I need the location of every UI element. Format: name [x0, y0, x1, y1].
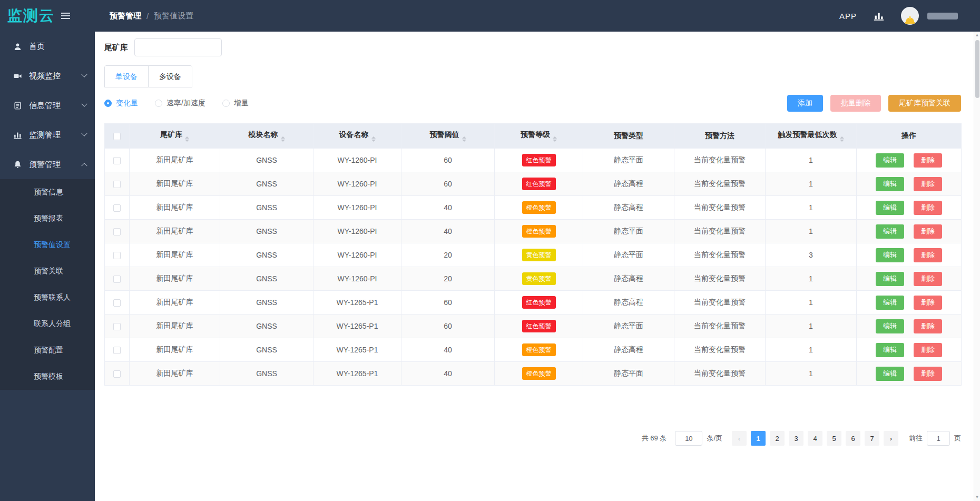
submenu-item-1[interactable]: 预警报表 — [0, 205, 95, 232]
column-header-0[interactable]: 尾矿库 — [130, 124, 220, 149]
row-checkbox[interactable] — [113, 252, 121, 259]
radio-option-2[interactable]: 增量 — [222, 99, 249, 108]
cell-level: 红色预警 — [495, 149, 583, 172]
row-checkbox[interactable] — [113, 370, 121, 378]
menu-toggle-icon[interactable] — [61, 13, 70, 19]
add-button[interactable]: 添加 — [787, 95, 823, 112]
app-link[interactable]: APP — [839, 12, 857, 21]
row-checkbox[interactable] — [113, 157, 121, 164]
page-button-3[interactable]: 3 — [789, 431, 803, 446]
edit-button[interactable]: 编辑 — [876, 248, 904, 262]
submenu-item-6[interactable]: 预警配置 — [0, 337, 95, 364]
edit-button[interactable]: 编辑 — [876, 201, 904, 215]
cell-module: GNSS — [220, 267, 313, 291]
sidebar-item-2[interactable]: 信息管理 — [0, 91, 95, 120]
select-all-checkbox[interactable] — [113, 133, 121, 140]
page-button-4[interactable]: 4 — [808, 431, 822, 446]
tailings-filter-input[interactable] — [134, 38, 222, 56]
main-content: 尾矿库 单设备多设备 变化量 速率/加速度 增量 添加 批量删除 尾矿库预警关联 — [95, 32, 974, 501]
cell-device: WY-1260-PI — [313, 172, 401, 196]
sidebar-item-3[interactable]: 监测管理 — [0, 120, 95, 150]
sidebar-item-4[interactable]: 预警管理 — [0, 150, 95, 179]
column-header-7[interactable]: 触发预警最低次数 — [766, 124, 857, 149]
sort-caret-icon[interactable] — [840, 136, 844, 142]
batch-delete-button[interactable]: 批量删除 — [830, 95, 881, 112]
delete-button[interactable]: 删除 — [914, 319, 942, 333]
column-header-2[interactable]: 设备名称 — [313, 124, 401, 149]
edit-button[interactable]: 编辑 — [876, 343, 904, 357]
sort-caret-icon[interactable] — [185, 136, 189, 142]
cell-type: 静态高程 — [583, 338, 674, 362]
row-checkbox[interactable] — [113, 181, 121, 188]
row-checkbox[interactable] — [113, 347, 121, 354]
prev-page-button[interactable]: ‹ — [732, 431, 747, 446]
edit-button[interactable]: 编辑 — [876, 153, 904, 168]
cell-actions: 编辑 删除 — [857, 172, 962, 196]
row-checkbox[interactable] — [113, 204, 121, 212]
delete-button[interactable]: 删除 — [914, 367, 942, 381]
delete-button[interactable]: 删除 — [914, 201, 942, 215]
tailings-filter-label: 尾矿库 — [104, 43, 128, 53]
submenu-item-5[interactable]: 联系人分组 — [0, 311, 95, 337]
sidebar-item-1[interactable]: 视频监控 — [0, 61, 95, 91]
sidebar-item-0[interactable]: 首页 — [0, 32, 95, 61]
table-row: 新田尾矿库 GNSS WY-1265-P1 60 红色预警 静态平面 当前变化量… — [105, 315, 962, 338]
page-size-select[interactable]: 10 — [675, 431, 702, 446]
username-redacted[interactable] — [927, 13, 958, 19]
edit-button[interactable]: 编辑 — [876, 224, 904, 239]
edit-button[interactable]: 编辑 — [876, 367, 904, 381]
edit-button[interactable]: 编辑 — [876, 272, 904, 286]
column-header-1[interactable]: 模块名称 — [220, 124, 313, 149]
edit-button[interactable]: 编辑 — [876, 177, 904, 191]
cell-min-count: 1 — [766, 362, 857, 386]
sort-caret-icon[interactable] — [553, 136, 557, 142]
submenu-item-7[interactable]: 预警模板 — [0, 364, 95, 390]
delete-button[interactable]: 删除 — [914, 177, 942, 191]
bar-chart-icon[interactable] — [874, 11, 884, 21]
tailings-alert-link-button[interactable]: 尾矿库预警关联 — [888, 95, 961, 112]
page-button-1[interactable]: 1 — [751, 431, 766, 446]
column-header-3[interactable]: 预警阈值 — [401, 124, 495, 149]
edit-button[interactable]: 编辑 — [876, 319, 904, 333]
cell-checkbox — [105, 291, 130, 315]
tab-0[interactable]: 单设备 — [105, 66, 148, 87]
cell-min-count: 1 — [766, 315, 857, 338]
scrollbar-thumb[interactable] — [975, 40, 979, 98]
radio-option-1[interactable]: 速率/加速度 — [155, 99, 205, 108]
submenu-item-2[interactable]: 预警值设置 — [0, 232, 95, 258]
delete-button[interactable]: 删除 — [914, 153, 942, 168]
goto-page-input[interactable] — [927, 431, 950, 446]
tab-1[interactable]: 多设备 — [148, 66, 192, 87]
page-button-6[interactable]: 6 — [846, 431, 860, 446]
page-button-7[interactable]: 7 — [865, 431, 879, 446]
page-button-2[interactable]: 2 — [770, 431, 785, 446]
row-checkbox[interactable] — [113, 323, 121, 330]
cell-checkbox — [105, 267, 130, 291]
row-checkbox[interactable] — [113, 299, 121, 307]
sort-caret-icon[interactable] — [462, 136, 466, 142]
sidebar: 首页 视频监控 信息管理 监测管理 预警管理 预警信息 预警报表 预 — [0, 32, 95, 501]
sort-caret-icon[interactable] — [281, 136, 285, 142]
submenu-item-4[interactable]: 预警联系人 — [0, 284, 95, 311]
vertical-scrollbar[interactable]: ▲ ▼ — [974, 32, 980, 501]
page-button-5[interactable]: 5 — [827, 431, 841, 446]
row-checkbox[interactable] — [113, 228, 121, 235]
breadcrumb-section[interactable]: 预警管理 — [110, 11, 141, 21]
delete-button[interactable]: 删除 — [914, 272, 942, 286]
column-header-4[interactable]: 预警等级 — [495, 124, 583, 149]
next-page-button[interactable]: › — [884, 431, 898, 446]
edit-button[interactable]: 编辑 — [876, 296, 904, 310]
sort-caret-icon[interactable] — [371, 136, 376, 142]
scroll-up-icon[interactable]: ▲ — [975, 32, 979, 39]
delete-button[interactable]: 删除 — [914, 224, 942, 239]
submenu-item-3[interactable]: 预警关联 — [0, 258, 95, 284]
user-avatar[interactable] — [901, 7, 919, 25]
radio-option-0[interactable]: 变化量 — [104, 99, 138, 108]
submenu-item-0[interactable]: 预警信息 — [0, 179, 95, 205]
delete-button[interactable]: 删除 — [914, 248, 942, 262]
scroll-down-icon[interactable]: ▼ — [975, 494, 979, 501]
delete-button[interactable]: 删除 — [914, 296, 942, 310]
row-checkbox[interactable] — [113, 276, 121, 283]
header-right: APP — [839, 7, 958, 25]
delete-button[interactable]: 删除 — [914, 343, 942, 357]
